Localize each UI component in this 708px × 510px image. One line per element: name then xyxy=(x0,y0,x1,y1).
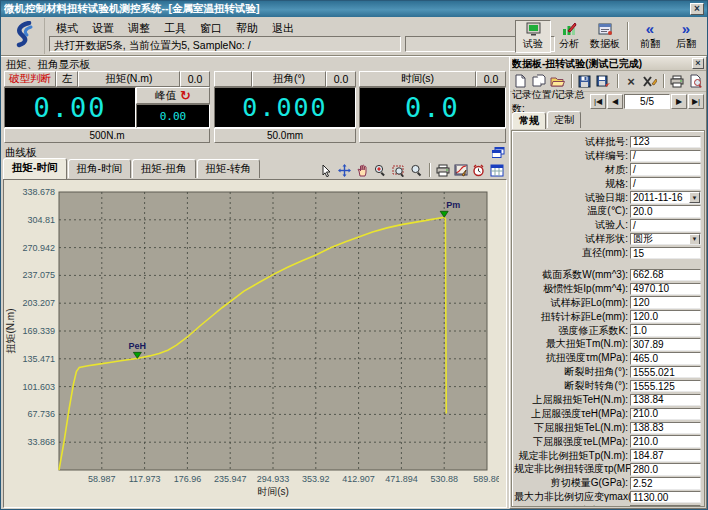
field-input[interactable]: 184.87 xyxy=(630,449,701,462)
curve-tab-1[interactable]: 扭角-时间 xyxy=(68,159,132,178)
preview-icon[interactable] xyxy=(687,72,704,90)
field-input[interactable]: 1555.021 xyxy=(630,366,701,379)
field-input[interactable]: 1130.00 xyxy=(630,491,701,504)
y-tick-label: 270.942 xyxy=(22,243,55,253)
zoom-in-icon[interactable] xyxy=(372,162,389,178)
peak-reset-icon[interactable]: ↻ xyxy=(180,90,191,101)
data-panel-close-icon[interactable]: × xyxy=(692,58,704,69)
field-input[interactable]: 0 xyxy=(630,505,701,507)
field-label: 试样批号: xyxy=(514,135,630,149)
field-row: 试样标距Lo(mm):120 xyxy=(514,296,701,310)
zoom-window-icon[interactable] xyxy=(390,162,407,178)
break-judge-button[interactable]: 破型判断 xyxy=(4,71,56,87)
field-input[interactable]: 307.89 xyxy=(630,338,701,351)
field-input[interactable]: 662.68 xyxy=(630,269,701,282)
field-label: 规格: xyxy=(514,177,630,191)
field-input[interactable]: 280.0 xyxy=(630,463,701,476)
field-value: 1130.00 xyxy=(633,492,668,503)
data-toolbar-separator xyxy=(571,74,572,88)
record-first-button[interactable]: |◀ xyxy=(590,94,606,109)
x-tick-label: 530.88 xyxy=(430,474,458,484)
field-label: 断裂时转角(°): xyxy=(514,379,630,393)
curve-tab-3[interactable]: 扭矩-转角 xyxy=(197,159,261,178)
field-label: 材质: xyxy=(514,163,630,177)
data-view-icon[interactable] xyxy=(488,162,505,178)
hand-icon[interactable] xyxy=(354,162,371,178)
field-input[interactable]: 138.84 xyxy=(630,394,701,407)
move-icon[interactable] xyxy=(336,162,353,178)
record-last-button[interactable]: ▶| xyxy=(688,94,704,109)
marker-PeH-label: PeH xyxy=(129,341,147,351)
print-icon[interactable] xyxy=(669,72,686,90)
field-input[interactable]: 4970.10 xyxy=(630,283,701,296)
time-lcd-value: 0.0 xyxy=(359,87,506,128)
menu-item-3[interactable]: 工具 xyxy=(157,19,193,35)
data-tab-1[interactable]: 定制 xyxy=(547,111,581,128)
peak-label: 峰值 xyxy=(155,89,176,103)
field-input[interactable]: 465.0 xyxy=(630,352,701,365)
y-tick-label: 304.81 xyxy=(27,215,55,225)
prev-button[interactable]: «前翻 xyxy=(632,20,668,53)
field-select[interactable]: 2011-11-16▼ xyxy=(630,191,701,204)
record-next-button[interactable]: ▶ xyxy=(671,94,687,109)
data-tab-0[interactable]: 常规 xyxy=(512,112,546,129)
left-direction-button[interactable]: 左 xyxy=(56,71,78,87)
field-input[interactable]: 138.83 xyxy=(630,422,701,435)
x-tick-label: 294.933 xyxy=(257,474,290,484)
menu-item-1[interactable]: 设置 xyxy=(85,19,121,35)
torque-header-label: 扭矩(N.m) xyxy=(78,71,180,87)
field-input[interactable]: 210.0 xyxy=(630,435,701,448)
field-input[interactable]: / xyxy=(630,163,701,176)
next-button[interactable]: »后翻 xyxy=(668,20,704,53)
field-label: 规定非比例扭矩Tp(N.m): xyxy=(514,449,630,463)
curve-tab-2[interactable]: 扭矩-扭角 xyxy=(132,159,196,178)
menu-item-0[interactable]: 模式 xyxy=(49,19,85,35)
timer-icon[interactable] xyxy=(470,162,487,178)
field-input[interactable]: 123 xyxy=(630,136,701,149)
curve-panel-title: 曲线板 xyxy=(3,146,492,160)
field-input[interactable]: 15 xyxy=(630,247,701,260)
field-input[interactable]: / xyxy=(630,150,701,163)
chevron-down-icon[interactable]: ▼ xyxy=(689,234,700,245)
y-tick-label: 135.471 xyxy=(22,354,55,364)
field-input[interactable]: 20.0 xyxy=(630,205,701,218)
curve-tab-0[interactable]: 扭矩-时间 xyxy=(3,158,67,179)
field-value: 1555.021 xyxy=(633,367,675,378)
analyze-button[interactable]: 分析 xyxy=(551,20,587,53)
field-input[interactable]: 120 xyxy=(630,296,701,309)
record-prev-button[interactable]: ◀ xyxy=(607,94,623,109)
print-icon[interactable] xyxy=(434,162,451,178)
curve-options-icon[interactable] xyxy=(452,162,469,178)
field-row: 试样批号:123 xyxy=(514,135,701,149)
test-button[interactable]: 试验 xyxy=(515,20,551,53)
menu-item-2[interactable]: 调整 xyxy=(121,19,157,35)
menu-item-5[interactable]: 帮助 xyxy=(229,19,265,35)
field-value: 662.68 xyxy=(633,269,664,280)
field-input[interactable]: 1.0 xyxy=(630,324,701,337)
save-as-icon[interactable] xyxy=(595,72,612,90)
field-row: 规格:/ xyxy=(514,177,701,191)
torque-time-chart: 58.987117.973176.96235.947294.933353.924… xyxy=(4,180,499,502)
clear-icon[interactable] xyxy=(641,72,658,90)
angle-lcd-value: 0.000 xyxy=(214,87,356,128)
field-input[interactable]: / xyxy=(630,177,701,190)
chart-container[interactable]: 58.987117.973176.96235.947294.933353.924… xyxy=(3,179,507,508)
menu-item-6[interactable]: 退出 xyxy=(265,19,301,35)
menu-item-4[interactable]: 窗口 xyxy=(193,19,229,35)
zoom-out-icon[interactable] xyxy=(408,162,425,178)
field-input[interactable]: 2.52 xyxy=(630,477,701,490)
chevron-down-icon[interactable]: ▼ xyxy=(689,192,700,203)
field-input[interactable]: 210.0 xyxy=(630,408,701,421)
field-input[interactable]: 1555.125 xyxy=(630,380,701,393)
peak-header[interactable]: 峰值 ↻ xyxy=(136,87,210,104)
close-icon[interactable]: × xyxy=(690,3,704,15)
panel-restore-icon[interactable] xyxy=(492,147,505,158)
delete-icon[interactable]: × xyxy=(623,72,640,90)
field-select[interactable]: 圆形▼ xyxy=(630,233,701,246)
field-value: 184.87 xyxy=(633,450,664,461)
field-input[interactable]: 120.0 xyxy=(630,310,701,323)
cursor-icon[interactable] xyxy=(318,162,335,178)
field-input[interactable]: / xyxy=(630,219,701,232)
field-row: 下屈服强度τeL(MPa):210.0 xyxy=(514,435,701,449)
databoard-button[interactable]: 数据板 xyxy=(587,20,623,53)
